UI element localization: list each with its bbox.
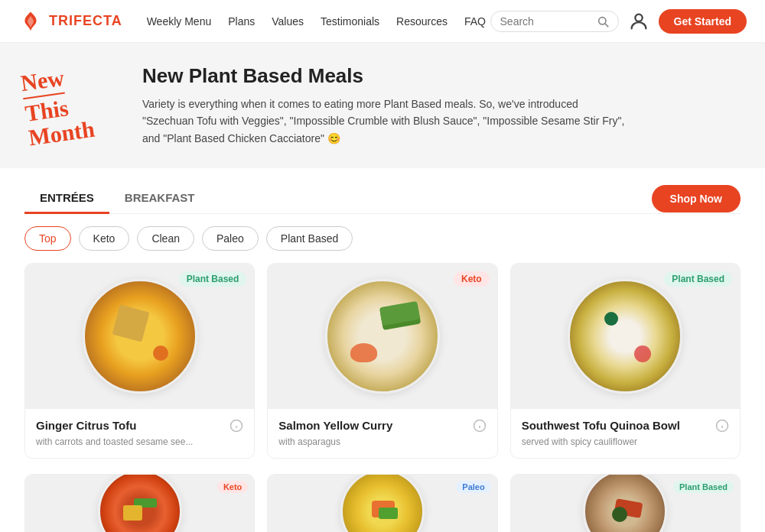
meal-image-2: Keto bbox=[268, 264, 496, 409]
meal-card-salmon-yellow-curry: Keto Salmon Yellow Curry with asparagus bbox=[267, 263, 497, 459]
meal-grid: Plant Based Ginger Citrus Tofu with carr… bbox=[24, 263, 741, 474]
filter-keto[interactable]: Keto bbox=[79, 226, 130, 251]
filter-clean[interactable]: Clean bbox=[137, 226, 194, 251]
meal-image-1: Plant Based bbox=[25, 264, 254, 409]
meal-info-3: Southwest Tofu Quinoa Bowl served with s… bbox=[511, 409, 740, 458]
meal-info-2: Salmon Yellow Curry with asparagus bbox=[268, 409, 496, 458]
badge-line1: New bbox=[19, 62, 88, 95]
meal-name-1: Ginger Citrus Tofu bbox=[36, 418, 136, 433]
partial-badge-2: Paleo bbox=[456, 481, 490, 493]
partial-card-1: Keto bbox=[24, 474, 255, 532]
partial-badge-3: Plant Based bbox=[673, 481, 734, 493]
shop-now-button[interactable]: Shop Now bbox=[652, 185, 741, 212]
plate-1 bbox=[83, 279, 197, 394]
svg-line-1 bbox=[605, 24, 608, 27]
meal-desc-1: with carrots and toasted sesame see... bbox=[36, 436, 243, 447]
meal-name-3: Southwest Tofu Quinoa Bowl bbox=[522, 418, 680, 433]
meal-desc-2: with asparagus bbox=[278, 436, 486, 447]
filter-top[interactable]: Top bbox=[24, 226, 71, 251]
brand-name: TRIFECTA bbox=[49, 13, 122, 29]
nav-testimonials[interactable]: Testimonials bbox=[321, 15, 379, 28]
user-icon[interactable] bbox=[628, 11, 649, 32]
partial-image-3: Plant Based bbox=[511, 475, 740, 532]
partial-meal-grid: Keto Paleo Plant Based bbox=[24, 474, 741, 532]
main-content: ENTRÉES BREAKFAST Shop Now Top Keto Clea… bbox=[0, 168, 765, 532]
partial-plate-2 bbox=[340, 475, 425, 532]
partial-plate-1 bbox=[98, 475, 182, 532]
meal-badge-1: Plant Based bbox=[179, 271, 247, 287]
filter-plant-based[interactable]: Plant Based bbox=[266, 226, 353, 251]
nav-values[interactable]: Values bbox=[272, 15, 304, 28]
nav-resources[interactable]: Resources bbox=[396, 15, 448, 28]
meal-info-1: Ginger Citrus Tofu with carrots and toas… bbox=[25, 409, 254, 458]
tabs-row: ENTRÉES BREAKFAST Shop Now bbox=[24, 168, 741, 214]
filter-chips: Top Keto Clean Paleo Plant Based bbox=[24, 214, 741, 263]
meal-badge-3: Plant Based bbox=[664, 271, 732, 287]
trifecta-logo-icon bbox=[18, 9, 43, 34]
get-started-button[interactable]: Get Started bbox=[659, 9, 747, 34]
new-this-month-badge: New This Month bbox=[24, 66, 124, 145]
nav-faq[interactable]: FAQ bbox=[464, 15, 486, 28]
info-icon-1[interactable] bbox=[230, 419, 243, 433]
search-box[interactable] bbox=[490, 11, 619, 32]
banner-description: Variety is everything when it comes to e… bbox=[142, 96, 632, 147]
info-icon-3[interactable] bbox=[715, 419, 729, 433]
info-icon-2[interactable] bbox=[473, 419, 487, 433]
nav-links: Weekly Menu Plans Values Testimonials Re… bbox=[147, 15, 490, 28]
partial-badge-1: Keto bbox=[217, 481, 248, 493]
nav-right: Get Started bbox=[490, 9, 747, 34]
partial-card-3: Plant Based bbox=[510, 474, 741, 532]
nav-plans[interactable]: Plans bbox=[228, 15, 255, 28]
tab-entrees[interactable]: ENTRÉES bbox=[24, 183, 109, 214]
meal-image-3: Plant Based bbox=[511, 264, 740, 409]
banner-title: New Plant Based Meals bbox=[142, 64, 632, 88]
logo[interactable]: TRIFECTA bbox=[18, 9, 122, 34]
promotional-banner: New This Month New Plant Based Meals Var… bbox=[0, 43, 765, 168]
banner-content: New Plant Based Meals Variety is everyth… bbox=[142, 64, 632, 147]
search-icon bbox=[597, 15, 609, 28]
plate-2 bbox=[325, 279, 440, 394]
partial-plate-3 bbox=[583, 475, 667, 532]
meal-card-southwest-tofu-quinoa: Plant Based Southwest Tofu Quinoa Bowl s… bbox=[510, 263, 741, 459]
tab-list: ENTRÉES BREAKFAST bbox=[24, 183, 210, 213]
meal-badge-2: Keto bbox=[454, 271, 490, 287]
navbar: TRIFECTA Weekly Menu Plans Values Testim… bbox=[0, 0, 765, 43]
filter-paleo[interactable]: Paleo bbox=[202, 226, 259, 251]
svg-point-2 bbox=[635, 14, 642, 21]
meal-card-ginger-citrus-tofu: Plant Based Ginger Citrus Tofu with carr… bbox=[24, 263, 255, 459]
partial-image-2: Paleo bbox=[268, 475, 496, 532]
nav-weekly-menu[interactable]: Weekly Menu bbox=[147, 15, 212, 28]
tab-breakfast[interactable]: BREAKFAST bbox=[109, 183, 210, 214]
plate-3 bbox=[568, 279, 682, 394]
partial-image-1: Keto bbox=[25, 475, 254, 532]
partial-card-2: Paleo bbox=[267, 474, 497, 532]
search-input[interactable] bbox=[500, 15, 592, 28]
meal-name-2: Salmon Yellow Curry bbox=[278, 418, 392, 433]
meal-desc-3: served with spicy cauliflower bbox=[522, 436, 729, 447]
